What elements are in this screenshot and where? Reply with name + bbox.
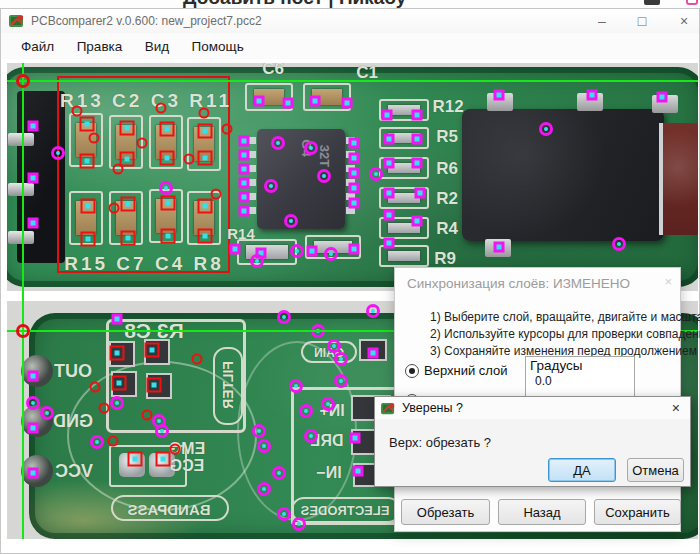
usb-pin — [8, 231, 34, 244]
detected-point-marker — [349, 138, 360, 149]
menu-edit[interactable]: Правка — [68, 37, 132, 56]
detected-point-marker — [539, 122, 553, 136]
detected-point-marker — [334, 374, 348, 388]
detected-point-marker — [112, 314, 123, 325]
detected-point-marker — [156, 103, 167, 114]
detected-point-marker — [239, 164, 250, 175]
detected-point-marker — [198, 199, 213, 214]
detected-point-marker — [292, 517, 306, 531]
detected-point-marker — [349, 244, 360, 255]
detected-point-marker — [349, 198, 360, 209]
detected-point-marker — [284, 214, 298, 228]
silkscreen-label: R6 — [436, 159, 458, 179]
usb-pin — [8, 133, 34, 146]
degrees-label: Градусы — [530, 358, 583, 373]
menu-help[interactable]: Помощь — [183, 37, 253, 56]
detected-point-marker — [222, 124, 233, 135]
menu-view[interactable]: Вид — [136, 37, 178, 56]
detected-point-marker — [277, 507, 291, 521]
detected-point-marker — [657, 92, 668, 103]
instruction-line-1: 1) Выберите слой, вращайте, двигайте и м… — [430, 310, 700, 324]
detected-point-marker — [334, 352, 348, 366]
titlebar: PCBcomparer2 v.0.600: new_project7.pcc2 … — [1, 9, 699, 33]
detected-point-marker — [412, 134, 423, 145]
detected-point-marker — [121, 197, 136, 212]
detected-point-marker — [81, 199, 96, 214]
minimize-button[interactable]: – — [587, 12, 617, 30]
silkscreen-label: BANDPASS — [127, 501, 210, 518]
detected-point-marker — [271, 136, 285, 150]
detected-point-marker — [384, 238, 395, 249]
crop-button[interactable]: Обрезать — [401, 499, 490, 525]
detected-point-marker — [198, 151, 213, 166]
detected-point-marker — [28, 468, 39, 479]
detected-point-marker — [324, 247, 338, 261]
detected-point-marker — [612, 237, 626, 251]
detected-point-marker — [89, 133, 100, 144]
cancel-button[interactable]: Отмена — [627, 458, 684, 482]
detected-point-marker — [239, 206, 250, 217]
silkscreen-label: ECG — [170, 457, 205, 475]
detected-point-marker — [239, 178, 250, 189]
crosshair-horizontal-line-top — [7, 80, 698, 82]
detected-point-marker — [369, 167, 383, 181]
detected-point-marker — [142, 410, 153, 421]
detected-point-marker — [239, 136, 250, 147]
detected-point-marker — [90, 382, 101, 393]
detected-point-marker — [28, 173, 39, 184]
detected-point-marker — [415, 188, 426, 199]
silkscreen-label: R15 C7 C4 R8 — [64, 253, 224, 275]
detected-point-marker — [90, 435, 104, 449]
detected-point-marker — [28, 371, 39, 382]
detected-point-marker — [299, 404, 313, 418]
menu-file[interactable]: Файл — [12, 37, 63, 56]
detected-point-marker — [317, 169, 331, 183]
silkscreen-label: ELECTRODES — [301, 503, 390, 518]
detected-point-marker — [587, 90, 598, 101]
degrees-value[interactable]: 0.0 — [535, 374, 552, 388]
detected-point-marker — [494, 242, 505, 253]
yes-button[interactable]: ДА — [548, 458, 616, 482]
detected-point-marker — [145, 343, 160, 358]
detected-point-marker — [110, 346, 125, 361]
close-button[interactable]: × — [669, 12, 699, 30]
detected-point-marker — [272, 466, 286, 480]
sync-dialog-close-icon[interactable]: × — [664, 274, 672, 289]
detected-point-marker — [108, 436, 119, 447]
save-button[interactable]: Сохранить — [594, 499, 681, 525]
maximize-button[interactable]: □ — [627, 12, 657, 30]
detected-point-marker — [412, 216, 423, 227]
radio-top-layer[interactable] — [405, 364, 419, 378]
detected-point-marker — [170, 444, 181, 455]
silkscreen-label: R12 — [432, 97, 463, 117]
detected-point-marker — [384, 158, 395, 169]
crosshair-origin-marker-bottom — [16, 324, 30, 338]
detected-point-marker — [159, 181, 173, 195]
silkscreen-label: FILTER — [220, 361, 236, 409]
detected-point-marker — [26, 396, 40, 410]
detected-point-marker — [250, 254, 264, 268]
detected-point-marker — [80, 154, 95, 169]
detected-point-marker — [120, 121, 135, 136]
detected-point-marker — [184, 154, 195, 165]
background-pink-icon — [686, 0, 698, 5]
window-title: PCBcomparer2 v.0.600: new_project7.pcc2 — [31, 14, 262, 28]
app-icon — [381, 401, 396, 416]
confirm-dialog-close-icon[interactable]: × — [672, 400, 680, 416]
detected-point-marker — [198, 229, 213, 244]
back-button[interactable]: Назад — [498, 499, 586, 525]
detected-point-marker — [128, 452, 143, 467]
background-fragment — [644, 0, 660, 5]
detected-point-marker — [350, 433, 361, 444]
detected-point-marker — [99, 403, 110, 414]
detected-point-marker — [160, 151, 175, 166]
detected-point-marker — [156, 452, 171, 467]
detected-point-marker — [28, 423, 39, 434]
detected-point-marker — [51, 146, 65, 160]
silkscreen-label: IN− — [316, 464, 341, 482]
detected-point-marker — [304, 429, 318, 443]
silkscreen-label: OUT — [54, 361, 92, 382]
top-layer-photo[interactable]: R13 C2 C3 R11R15 C7 C4 R8C6C1R12R5R6R2R4… — [7, 63, 698, 291]
detected-point-marker — [349, 153, 360, 164]
sync-dialog-title: Синхронизация слоёв: ИЗМЕНЕНО — [407, 276, 630, 291]
